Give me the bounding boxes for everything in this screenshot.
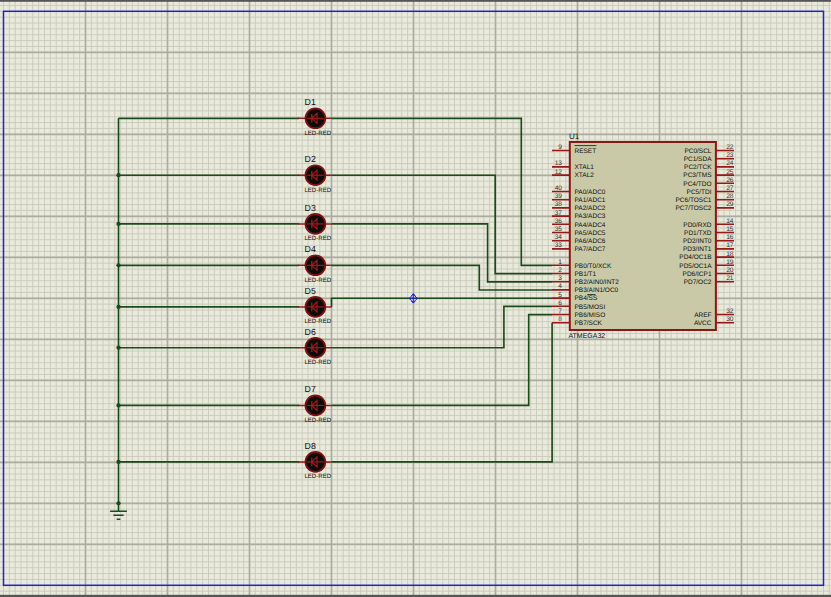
svg-text:PB2/AIN0/INT2: PB2/AIN0/INT2: [575, 279, 620, 286]
svg-text:34: 34: [555, 234, 563, 241]
svg-text:D7: D7: [305, 384, 316, 394]
svg-text:LED-RED: LED-RED: [304, 417, 331, 424]
svg-text:9: 9: [558, 144, 562, 151]
svg-text:PB6/MISO: PB6/MISO: [575, 312, 606, 319]
svg-text:PA6/ADC6: PA6/ADC6: [575, 238, 606, 245]
svg-text:XTAL2: XTAL2: [575, 172, 595, 179]
svg-text:LED-RED: LED-RED: [304, 359, 331, 366]
svg-text:37: 37: [555, 210, 563, 217]
svg-text:LED-RED: LED-RED: [304, 130, 331, 137]
svg-text:LED-RED: LED-RED: [304, 473, 331, 480]
svg-text:5: 5: [558, 292, 562, 299]
svg-text:PB5/MOSI: PB5/MOSI: [575, 304, 606, 311]
svg-text:20: 20: [726, 267, 734, 274]
svg-text:RESET: RESET: [575, 148, 597, 155]
svg-text:21: 21: [726, 275, 734, 282]
svg-text:16: 16: [726, 234, 734, 241]
svg-text:28: 28: [726, 193, 734, 200]
svg-text:PA5/ADC5: PA5/ADC5: [575, 230, 606, 237]
svg-text:27: 27: [726, 185, 734, 192]
svg-text:PC6/TOSC1: PC6/TOSC1: [675, 197, 711, 204]
svg-text:D4: D4: [305, 244, 316, 254]
svg-text:3: 3: [558, 275, 562, 282]
svg-text:PD0/RXD: PD0/RXD: [683, 222, 711, 229]
svg-text:D5: D5: [305, 286, 316, 296]
svg-text:PB0/T0/XCK: PB0/T0/XCK: [575, 263, 613, 270]
svg-text:2: 2: [558, 267, 562, 274]
svg-text:LED-RED: LED-RED: [304, 318, 331, 325]
svg-text:38: 38: [555, 201, 563, 208]
svg-text:23: 23: [726, 152, 734, 159]
svg-text:D3: D3: [305, 203, 316, 213]
svg-text:33: 33: [555, 242, 563, 249]
svg-text:ATMEGA32: ATMEGA32: [568, 333, 605, 340]
svg-text:D1: D1: [305, 97, 316, 107]
svg-text:36: 36: [555, 218, 563, 225]
svg-text:PD3/INT1: PD3/INT1: [683, 246, 712, 253]
svg-text:PC5/TDI: PC5/TDI: [687, 189, 712, 196]
svg-text:24: 24: [726, 160, 734, 167]
svg-text:PC1/SDA: PC1/SDA: [684, 156, 712, 163]
svg-text:7: 7: [558, 308, 562, 315]
svg-text:8: 8: [558, 316, 562, 323]
svg-text:PC3/TMS: PC3/TMS: [683, 172, 712, 179]
svg-text:26: 26: [726, 177, 734, 184]
svg-text:18: 18: [726, 251, 734, 258]
svg-text:PD7/OC2: PD7/OC2: [684, 279, 712, 286]
svg-text:17: 17: [726, 242, 734, 249]
svg-text:30: 30: [726, 316, 734, 323]
svg-text:12: 12: [555, 169, 563, 176]
svg-text:PC4/TDO: PC4/TDO: [683, 181, 711, 188]
svg-text:4: 4: [558, 283, 562, 290]
svg-text:1: 1: [558, 259, 562, 266]
svg-text:13: 13: [555, 160, 563, 167]
svg-text:PA7/ADC7: PA7/ADC7: [575, 246, 606, 253]
svg-text:PB4/SS: PB4/SS: [575, 295, 598, 302]
svg-text:AREF: AREF: [694, 312, 711, 319]
svg-text:U1: U1: [569, 132, 580, 141]
svg-text:PD1/TXD: PD1/TXD: [684, 230, 712, 237]
svg-text:15: 15: [726, 226, 734, 233]
svg-text:PA4/ADC4: PA4/ADC4: [575, 222, 606, 229]
svg-text:PA0/ADC0: PA0/ADC0: [575, 189, 606, 196]
svg-text:14: 14: [726, 218, 734, 225]
svg-text:PC7/TOSC2: PC7/TOSC2: [675, 205, 711, 212]
svg-text:19: 19: [726, 259, 734, 266]
svg-text:32: 32: [726, 308, 734, 315]
svg-text:PD4/OC1B: PD4/OC1B: [679, 254, 711, 261]
svg-text:25: 25: [726, 169, 734, 176]
svg-text:AVCC: AVCC: [694, 320, 712, 327]
svg-text:PD5/OC1A: PD5/OC1A: [679, 263, 712, 270]
svg-text:D8: D8: [305, 441, 316, 451]
svg-text:LED-RED: LED-RED: [304, 235, 331, 242]
svg-text:PD2/INT0: PD2/INT0: [683, 238, 712, 245]
svg-text:PA2/ADC2: PA2/ADC2: [575, 205, 606, 212]
svg-text:PC0/SCL: PC0/SCL: [684, 148, 711, 155]
svg-text:D6: D6: [305, 327, 316, 337]
svg-text:PC2/TCK: PC2/TCK: [684, 164, 712, 171]
svg-text:35: 35: [555, 226, 563, 233]
svg-text:40: 40: [555, 185, 563, 192]
svg-text:LED-RED: LED-RED: [304, 187, 331, 194]
svg-text:PD6/ICP1: PD6/ICP1: [683, 271, 712, 278]
svg-text:PB7/SCK: PB7/SCK: [575, 320, 603, 327]
svg-text:6: 6: [558, 300, 562, 307]
svg-text:PA3/ADC3: PA3/ADC3: [575, 213, 606, 220]
svg-text:D2: D2: [305, 154, 316, 164]
svg-text:PA1/ADC1: PA1/ADC1: [575, 197, 606, 204]
svg-text:PB1/T1: PB1/T1: [575, 271, 597, 278]
svg-text:XTAL1: XTAL1: [575, 164, 595, 171]
svg-text:22: 22: [726, 144, 734, 151]
svg-text:LED-RED: LED-RED: [304, 277, 331, 284]
svg-text:PB3/AIN1/OC0: PB3/AIN1/OC0: [575, 287, 619, 294]
svg-text:39: 39: [555, 193, 563, 200]
svg-text:29: 29: [726, 201, 734, 208]
